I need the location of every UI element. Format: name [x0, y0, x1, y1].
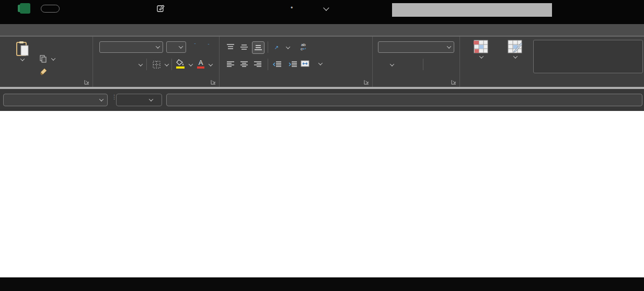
copy-chevron-icon: [51, 56, 55, 60]
cell-styles-gallery: [533, 40, 643, 73]
format-painter-icon: [40, 68, 47, 75]
group-font: ˆ ˇ: [93, 37, 220, 87]
title-fragment-right: •: [291, 4, 293, 12]
merge-center-button[interactable]: [301, 60, 322, 67]
percent-button[interactable]: [398, 59, 409, 70]
number-dialog-launcher[interactable]: [451, 79, 457, 85]
wrap-text-button[interactable]: abc↩: [301, 43, 309, 51]
borders-chevron-icon[interactable]: [165, 62, 169, 66]
title-chevron-icon[interactable]: [323, 5, 329, 10]
underline-button[interactable]: [126, 59, 136, 70]
name-box-chevron-icon: [99, 97, 104, 101]
fill-color-swatch: [176, 66, 185, 69]
top-align-button[interactable]: [225, 41, 236, 53]
alignment-dialog-launcher[interactable]: [364, 79, 370, 85]
currency-chevron-icon[interactable]: [390, 62, 394, 66]
align-left-button[interactable]: [225, 59, 236, 70]
bottom-align-button[interactable]: [252, 41, 264, 54]
name-box[interactable]: [3, 94, 108, 106]
autosave-remnant: [41, 5, 60, 13]
middle-align-button[interactable]: [238, 41, 250, 53]
comma-style-button[interactable]: [412, 58, 420, 69]
title-bar-content: •: [0, 0, 644, 16]
currency-button[interactable]: [379, 59, 387, 70]
group-styles: [460, 37, 644, 87]
format-painter-button[interactable]: [40, 68, 50, 75]
group-clipboard: [0, 37, 93, 87]
pencil-icon: [157, 4, 165, 12]
copy-icon: [40, 55, 47, 63]
grow-font-button[interactable]: ˆ: [189, 41, 201, 53]
fill-chevron-icon[interactable]: [189, 62, 193, 66]
clipboard-dialog-launcher[interactable]: [84, 79, 90, 85]
ribbon: ˆ ˇ: [0, 36, 644, 87]
font-dialog-launcher[interactable]: [211, 79, 216, 85]
group-alignment: ↗ abc↩: [220, 37, 373, 87]
fx-chevron-icon[interactable]: [149, 97, 153, 101]
copy-button[interactable]: [40, 55, 55, 63]
paste-button[interactable]: [10, 41, 34, 61]
paste-icon: [16, 41, 29, 57]
excel-logo-icon[interactable]: [20, 3, 30, 14]
formula-bar-row: ⋮: [0, 89, 644, 111]
merge-center-icon: [301, 60, 309, 67]
align-center-button[interactable]: [238, 59, 250, 70]
font-size-combo[interactable]: [166, 41, 186, 53]
conditional-formatting-icon: [474, 40, 488, 53]
fill-color-button[interactable]: [175, 58, 186, 70]
format-as-table-icon: [508, 40, 522, 53]
group-number: [373, 37, 460, 87]
wrap-text-icon: abc↩: [301, 43, 306, 51]
conditional-formatting-button[interactable]: [464, 40, 498, 60]
bold-button[interactable]: [101, 59, 112, 70]
align-right-button[interactable]: [252, 59, 263, 70]
format-as-table-button[interactable]: [499, 40, 531, 60]
formula-input[interactable]: [166, 94, 642, 106]
font-color-button[interactable]: A: [196, 58, 206, 70]
torn-edge-bottom: [0, 277, 644, 291]
merge-chevron-icon: [318, 61, 323, 65]
font-color-swatch: [197, 66, 204, 69]
spreadsheet-grid: [0, 111, 644, 291]
increase-indent-button[interactable]: [286, 59, 299, 70]
font-name-combo[interactable]: [99, 41, 163, 53]
shrink-font-button[interactable]: ˇ: [203, 41, 214, 53]
borders-button[interactable]: [151, 59, 162, 70]
excel-window: ˆ ˇ: [0, 0, 644, 291]
number-format-combo[interactable]: [378, 41, 454, 53]
italic-button[interactable]: [115, 59, 124, 70]
formula-buttons: [116, 94, 162, 106]
underline-chevron-icon[interactable]: [139, 62, 143, 66]
orientation-chevron-icon[interactable]: [286, 44, 290, 49]
orientation-button[interactable]: ↗: [271, 41, 283, 53]
font-color-chevron-icon[interactable]: [209, 62, 213, 66]
decrease-indent-button[interactable]: [271, 59, 283, 70]
paste-chevron-icon: [20, 57, 25, 61]
